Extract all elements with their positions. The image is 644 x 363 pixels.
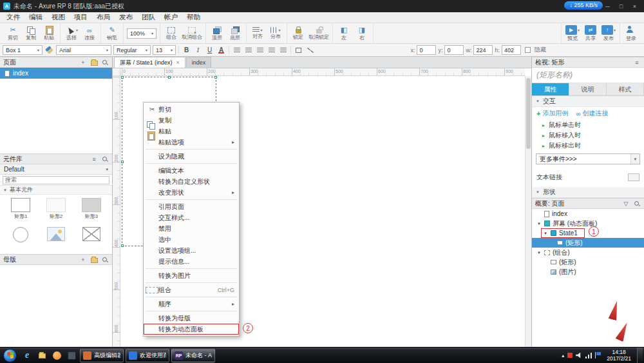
context-menu-item[interactable]: 转换为母版 bbox=[144, 313, 239, 324]
taskbar-button[interactable]: 欢迎使用百.. bbox=[126, 349, 169, 362]
add-case-link[interactable]: +添加用例 bbox=[536, 109, 568, 118]
toolbar-bring-front-button[interactable]: 顶层 bbox=[209, 26, 225, 41]
align-right-button[interactable] bbox=[255, 45, 265, 55]
toolbar-distribute-button[interactable]: ▾分布 bbox=[268, 27, 283, 39]
context-menu-item[interactable]: 粘贴 bbox=[144, 126, 239, 137]
ie-quicklaunch-icon[interactable]: e bbox=[21, 349, 33, 362]
format-painter-icon[interactable] bbox=[44, 45, 54, 55]
create-link-link[interactable]: ∞创建连接 bbox=[576, 109, 608, 118]
maximize-button[interactable]: □ bbox=[615, 1, 627, 11]
toolbar-paste-button[interactable]: 粘贴 bbox=[41, 26, 57, 41]
close-button[interactable]: × bbox=[629, 1, 641, 11]
toolbar-lock-button[interactable]: 锁定 bbox=[290, 26, 306, 40]
toolbar-share-button[interactable]: ⇄共享 bbox=[583, 25, 598, 41]
widget-style-select[interactable]: Box 1▾ bbox=[3, 45, 43, 55]
toolbar-cut-button[interactable]: ✂剪切 bbox=[5, 26, 21, 41]
add-folder-icon[interactable] bbox=[90, 256, 98, 264]
taskbar-button[interactable]: RP未命名 - Axu... bbox=[171, 349, 215, 362]
font-size-select[interactable]: 13▾ bbox=[153, 45, 176, 55]
widget-rect1[interactable]: 矩形1 bbox=[5, 198, 37, 224]
filter-icon[interactable]: ▽ bbox=[622, 200, 630, 208]
font-color-button[interactable]: A bbox=[216, 45, 226, 55]
show-desktop-button[interactable] bbox=[637, 348, 643, 363]
selection-handle[interactable] bbox=[121, 161, 124, 163]
browser-quicklaunch-icon[interactable] bbox=[50, 349, 63, 362]
toolbar-pen-button[interactable]: ✎钢笔 bbox=[104, 26, 120, 41]
context-menu-item[interactable]: 复制 bbox=[144, 115, 239, 126]
text-link-box[interactable] bbox=[628, 173, 639, 181]
context-menu-item[interactable]: 选中 bbox=[144, 234, 239, 245]
add-master-icon[interactable]: + bbox=[79, 256, 87, 264]
toolbar-preview-button[interactable]: ▶▾预览 bbox=[565, 25, 580, 41]
canvas-vertical-scrollbar[interactable] bbox=[525, 76, 531, 347]
context-menu-item[interactable]: 禁用 bbox=[144, 223, 239, 234]
menubar-item[interactable]: 帐户 bbox=[160, 12, 182, 23]
bold-button[interactable]: B bbox=[182, 45, 191, 55]
context-menu-item[interactable]: 顺序▸ bbox=[144, 299, 239, 309]
context-menu-item[interactable]: 设为隐藏 bbox=[144, 151, 239, 162]
add-folder-icon[interactable] bbox=[90, 59, 98, 66]
context-menu-item[interactable]: 组合Ctrl+G bbox=[144, 284, 239, 295]
expand-icon[interactable]: ▾ bbox=[536, 250, 542, 255]
start-button[interactable] bbox=[3, 349, 17, 362]
menubar-item[interactable]: 团队 bbox=[137, 12, 160, 23]
y-field[interactable]: 0 bbox=[444, 45, 464, 55]
inspector-tab[interactable]: 属性 bbox=[532, 83, 569, 95]
close-tab-icon[interactable]: × bbox=[176, 59, 180, 66]
basic-widgets-section[interactable]: ▼ 基本元件 bbox=[0, 186, 112, 195]
outline-item[interactable]: (矩形) bbox=[532, 257, 644, 267]
width-field[interactable]: 224 bbox=[473, 45, 493, 55]
network-speed-badge[interactable]: ↓ 255 KB/s bbox=[564, 1, 603, 10]
context-menu-item[interactable]: ✂剪切 bbox=[144, 104, 239, 115]
expand-icon[interactable]: ▾ bbox=[543, 231, 548, 236]
selection-handle[interactable] bbox=[214, 76, 217, 79]
inspector-tab[interactable]: 说明 bbox=[569, 83, 607, 95]
align-left-button[interactable] bbox=[232, 45, 242, 55]
widget-name-field[interactable]: (矩形名称) bbox=[532, 68, 644, 83]
toolbar-ungroup-button[interactable]: 取消组合 bbox=[182, 27, 202, 40]
valign-top-button[interactable] bbox=[267, 45, 276, 55]
search-icon[interactable] bbox=[101, 155, 109, 163]
menubar-item[interactable]: 编辑 bbox=[24, 12, 47, 23]
selection-handle[interactable] bbox=[121, 244, 124, 247]
menubar-item[interactable]: 视图 bbox=[47, 12, 70, 23]
search-icon[interactable] bbox=[101, 256, 109, 264]
context-menu-item[interactable]: 编辑文本 bbox=[144, 165, 239, 176]
menubar-item[interactable]: 布局 bbox=[92, 12, 115, 23]
font-family-select[interactable]: Arial▾ bbox=[56, 45, 111, 55]
context-menu-item[interactable]: 设置选项组... bbox=[144, 245, 239, 256]
selection-handle[interactable] bbox=[121, 76, 124, 79]
menubar-item[interactable]: 项目 bbox=[70, 12, 92, 23]
action-center-flag-icon[interactable] bbox=[595, 352, 601, 358]
toolbar-user-button[interactable]: 登录 bbox=[623, 25, 639, 41]
toolbar-align-left-button[interactable]: ◧左 bbox=[336, 26, 352, 41]
widget-ellipse[interactable] bbox=[5, 227, 37, 255]
add-page-icon[interactable]: + bbox=[79, 59, 87, 66]
library-menu-icon[interactable]: ≡ bbox=[90, 155, 98, 163]
search-icon[interactable] bbox=[633, 200, 641, 208]
hide-checkbox[interactable] bbox=[523, 45, 533, 55]
context-menu-item[interactable]: 粘贴选项▸ bbox=[144, 137, 239, 148]
line-style-button[interactable] bbox=[305, 45, 315, 55]
taskbar-button[interactable]: 高级编辑器_ bbox=[80, 349, 124, 362]
context-menu-item[interactable]: 转换为图片 bbox=[144, 270, 239, 281]
menubar-item[interactable]: 发布 bbox=[115, 12, 137, 23]
taskbar-clock[interactable]: 14:18 2017/2/21 bbox=[604, 349, 634, 362]
toolbar-publish-button[interactable]: ↑▾发布 bbox=[601, 25, 616, 41]
underline-button[interactable]: U bbox=[205, 45, 214, 55]
widget-rect2[interactable]: 矩形2 bbox=[41, 198, 72, 224]
context-menu-item[interactable]: 交互样式... bbox=[144, 212, 239, 223]
context-menu-item[interactable]: 转换为动态面板 bbox=[144, 324, 239, 335]
toolbar-align-button[interactable]: ▾对齐 bbox=[250, 27, 265, 39]
valign-middle-button[interactable] bbox=[278, 45, 288, 55]
page-tree-item[interactable]: index bbox=[0, 68, 112, 79]
scrollbar-thumb[interactable] bbox=[526, 78, 531, 149]
shape-section-header[interactable]: ▼ 形状 bbox=[532, 187, 644, 198]
library-select[interactable]: Default ▾ bbox=[0, 164, 112, 175]
widget-image[interactable] bbox=[41, 227, 72, 255]
toolbar-send-back-button[interactable]: 底层 bbox=[227, 26, 243, 41]
search-icon[interactable] bbox=[101, 59, 109, 66]
inspector-tab[interactable]: 样式 bbox=[607, 83, 644, 95]
outline-item[interactable]: ▾State1 bbox=[532, 228, 644, 238]
more-events-select[interactable]: 更多事件>>> ▼ bbox=[536, 153, 640, 164]
